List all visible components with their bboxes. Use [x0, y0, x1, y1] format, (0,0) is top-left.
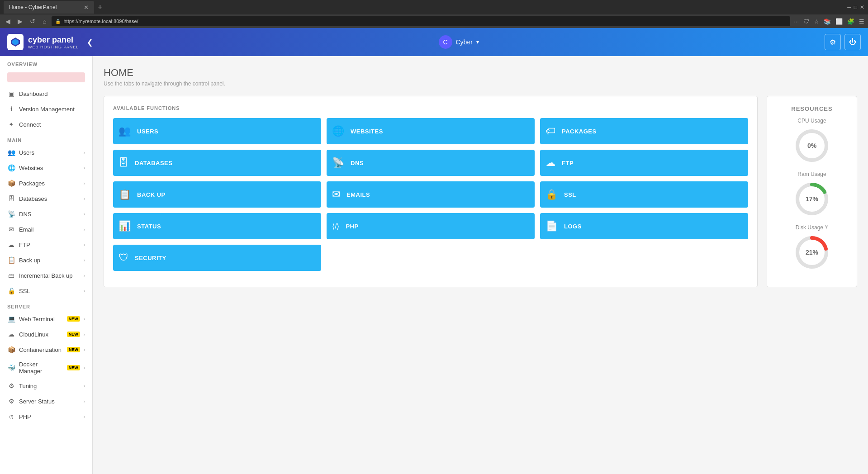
- ram-gauge-container: 17%: [794, 181, 830, 217]
- func-packages-icon: 🏷: [545, 125, 555, 137]
- available-functions-label: AVAILABLE FUNCTIONS: [113, 105, 748, 111]
- server-status-icon: ⚙: [7, 397, 15, 405]
- sidebar-item-websites[interactable]: 🌐 Websites ›: [0, 160, 92, 175]
- menu-icon[interactable]: ☰: [859, 18, 864, 25]
- connect-icon: ✦: [7, 120, 15, 128]
- disk-gauge: 21%: [776, 234, 848, 270]
- split-view-icon[interactable]: ⬜: [835, 18, 843, 25]
- func-websites-icon: 🌐: [332, 125, 344, 137]
- sidebar-email-label: Email: [19, 226, 80, 233]
- content-area: HOME Use the tabs to navigate through th…: [93, 56, 868, 474]
- sidebar-collapse-button[interactable]: ❮: [87, 38, 93, 47]
- sidebar-databases-label: Databases: [19, 195, 80, 202]
- func-backup-label: BACK UP: [137, 191, 166, 198]
- func-websites-button[interactable]: 🌐 WEBSITES: [327, 118, 535, 144]
- resources-title: RESOURCES: [776, 105, 848, 112]
- containerization-icon: 📦: [7, 346, 15, 354]
- func-packages-button[interactable]: 🏷 PACKAGES: [540, 118, 748, 144]
- close-window-button[interactable]: ✕: [860, 4, 864, 10]
- docker-new-badge: NEW: [67, 365, 80, 370]
- packages-arrow: ›: [84, 181, 85, 186]
- func-emails-button[interactable]: ✉ EMAILS: [327, 181, 535, 208]
- func-backup-button[interactable]: 📋 BACK UP: [113, 181, 321, 208]
- sidebar-item-connect[interactable]: ✦ Connect: [0, 117, 92, 132]
- ram-usage-label: Ram Usage: [776, 171, 848, 177]
- sidebar-backup-label: Back up: [19, 257, 80, 264]
- func-php-button[interactable]: ⟨/⟩ PHP: [327, 213, 535, 239]
- bookmark-icon[interactable]: ☆: [814, 18, 819, 25]
- forward-button[interactable]: ▶: [16, 17, 24, 26]
- func-ftp-button[interactable]: ☁ FTP: [540, 150, 748, 176]
- sidebar-item-docker-manager[interactable]: 🐳 Docker Manager NEW ›: [0, 357, 92, 378]
- ram-gauge: 17%: [776, 181, 848, 217]
- sidebar-item-containerization[interactable]: 📦 Containerization NEW ›: [0, 342, 92, 357]
- extensions-icon[interactable]: ···: [794, 18, 799, 25]
- func-security-button[interactable]: 🛡 SECURITY: [113, 245, 321, 271]
- databases-arrow: ›: [84, 196, 85, 201]
- func-ssl-label: SSL: [564, 191, 576, 198]
- func-emails-label: EMAILS: [346, 191, 370, 198]
- func-security-label: SECURITY: [135, 255, 166, 261]
- sidebar-item-dns[interactable]: 📡 DNS ›: [0, 206, 92, 222]
- sidebar-item-tuning[interactable]: ⚙ Tuning ›: [0, 378, 92, 393]
- sidebar-item-version-management[interactable]: ℹ Version Management: [0, 101, 92, 117]
- url-text: https://myremote.local:8090/base/: [63, 19, 138, 24]
- user-dropdown-button[interactable]: ▾: [476, 39, 479, 45]
- sidebar-search[interactable]: [7, 72, 85, 82]
- library-icon[interactable]: 📚: [824, 18, 831, 25]
- sidebar-cloudlinux-label: CloudLinux: [19, 331, 62, 338]
- address-bar[interactable]: 🔒 https://myremote.local:8090/base/: [52, 16, 790, 26]
- sidebar-item-databases[interactable]: 🗄 Databases ›: [0, 191, 92, 206]
- sidebar-ftp-label: FTP: [19, 242, 80, 248]
- func-logs-button[interactable]: 📄 LOGS: [540, 213, 748, 239]
- lock-icon: 🔒: [55, 19, 61, 24]
- browser-tab-active[interactable]: Home - CyberPanel ✕: [4, 1, 94, 14]
- sidebar-item-cloudlinux[interactable]: ☁ CloudLinux NEW ›: [0, 327, 92, 342]
- minimize-button[interactable]: ─: [847, 4, 851, 10]
- sidebar-item-ssl[interactable]: 🔒 SSL ›: [0, 283, 92, 299]
- version-icon: ℹ: [7, 105, 15, 113]
- func-dns-button[interactable]: 📡 DNS: [327, 150, 535, 176]
- restore-button[interactable]: □: [854, 4, 857, 10]
- sidebar-containerization-label: Containerization: [19, 346, 62, 353]
- sidebar-item-server-status[interactable]: ⚙ Server Status ›: [0, 393, 92, 409]
- ftp-arrow: ›: [84, 242, 85, 247]
- func-logs-icon: 📄: [545, 220, 558, 232]
- cpu-value: 0%: [807, 142, 816, 149]
- sidebar-item-web-terminal[interactable]: 💻 Web Terminal NEW ›: [0, 311, 92, 327]
- home-button[interactable]: ⌂: [41, 17, 48, 26]
- func-databases-button[interactable]: 🗄 DATABASES: [113, 150, 321, 176]
- users-icon: 👥: [7, 148, 15, 156]
- back-button[interactable]: ◀: [4, 17, 12, 26]
- packages-sidebar-icon: 📦: [7, 179, 15, 187]
- sidebar-item-dashboard[interactable]: ▣ Dashboard: [0, 86, 92, 101]
- sidebar-item-php[interactable]: ⟨/⟩ PHP ›: [0, 409, 92, 424]
- web-terminal-new-badge: NEW: [67, 316, 80, 322]
- php-arrow: ›: [84, 414, 85, 419]
- sidebar-item-packages[interactable]: 📦 Packages ›: [0, 175, 92, 191]
- sidebar-websites-label: Websites: [19, 165, 80, 171]
- tab-close-icon[interactable]: ✕: [84, 4, 89, 11]
- sidebar-item-ftp[interactable]: ☁ FTP ›: [0, 237, 92, 252]
- func-users-button[interactable]: 👥 USERS: [113, 118, 321, 144]
- func-ssl-button[interactable]: 🔒 SSL: [540, 181, 748, 208]
- sidebar-item-incremental-backup[interactable]: 🗃 Incremental Back up ›: [0, 268, 92, 283]
- func-backup-icon: 📋: [119, 189, 131, 200]
- extensions-btn[interactable]: 🧩: [847, 18, 854, 25]
- user-avatar: C: [439, 35, 452, 49]
- func-ftp-icon: ☁: [545, 157, 555, 169]
- functions-panel: AVAILABLE FUNCTIONS 👥 USERS 🌐 WEBSITES 🏷: [104, 96, 758, 287]
- func-status-button[interactable]: 📊 STATUS: [113, 213, 321, 239]
- refresh-button[interactable]: ↺: [28, 17, 37, 26]
- func-status-label: STATUS: [137, 223, 161, 230]
- disk-gauge-container: 21%: [794, 234, 830, 270]
- func-logs-label: LOGS: [564, 223, 582, 230]
- power-button[interactable]: ⏻: [844, 34, 861, 50]
- page-subtitle: Use the tabs to navigate through the con…: [104, 81, 857, 87]
- sidebar-item-backup[interactable]: 📋 Back up ›: [0, 252, 92, 268]
- new-tab-button[interactable]: +: [98, 3, 103, 12]
- settings-button[interactable]: ⚙: [825, 34, 841, 50]
- sidebar-item-users[interactable]: 👥 Users ›: [0, 145, 92, 160]
- sidebar-item-email[interactable]: ✉ Email ›: [0, 222, 92, 237]
- browser-tabs: Home - CyberPanel ✕ + ─ □ ✕: [0, 0, 868, 14]
